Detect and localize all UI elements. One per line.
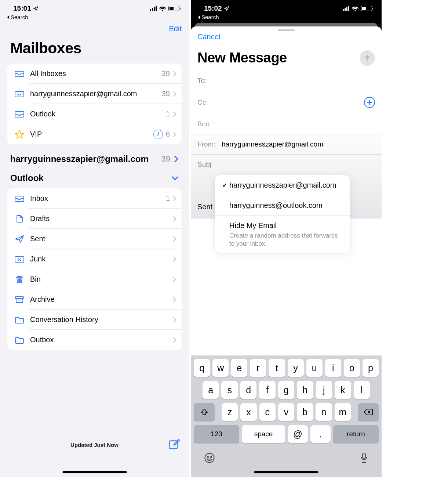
back-to-search[interactable]: Search xyxy=(191,14,382,23)
from-option[interactable]: Hide My EmailCreate a random address tha… xyxy=(215,216,350,253)
mailbox-row[interactable]: VIP i 6 xyxy=(7,124,182,144)
bcc-field[interactable]: Bcc: xyxy=(191,114,382,134)
key-x[interactable]: x xyxy=(240,403,256,421)
emoji-icon xyxy=(204,452,215,463)
keyboard-row-1: qwertyuiop xyxy=(193,359,379,377)
add-contact-button[interactable] xyxy=(364,97,375,108)
from-option[interactable]: ✓ harryguinnesszapier@gmail.com xyxy=(215,175,350,195)
svg-point-1 xyxy=(205,453,214,463)
key-h[interactable]: h xyxy=(297,381,313,399)
key-r[interactable]: r xyxy=(250,359,266,377)
mailbox-row[interactable]: Conversation History xyxy=(7,310,182,330)
key-z[interactable]: z xyxy=(222,403,238,421)
mailbox-row[interactable]: All Inboxes 39 xyxy=(7,64,182,84)
shift-icon xyxy=(200,408,208,416)
account-header-outlook[interactable]: Outlook xyxy=(0,169,189,188)
mailbox-row[interactable]: harryguinnesszapier@gmail.com 39 xyxy=(7,84,182,104)
numbers-key[interactable]: 123 xyxy=(194,425,239,443)
home-indicator[interactable] xyxy=(254,471,318,473)
location-icon xyxy=(33,6,39,11)
account-header-gmail[interactable]: harryguinnesszapier@gmail.com 39 xyxy=(0,144,189,169)
key-p[interactable]: p xyxy=(363,359,379,377)
chevron-right-icon xyxy=(173,91,176,97)
field-label: To: xyxy=(197,77,219,85)
dot-key[interactable]: . xyxy=(310,425,331,443)
mailboxes-screen: 15:01 Search Edit Mailboxes All Inboxes … xyxy=(0,0,189,477)
mailbox-row[interactable]: Sent xyxy=(7,229,182,249)
back-caret-icon xyxy=(197,15,201,19)
chevron-right-icon xyxy=(173,297,176,303)
sheet-title: New Message xyxy=(197,50,360,66)
return-key[interactable]: return xyxy=(333,425,379,443)
keyboard-row-3: zxcvbnm xyxy=(193,403,379,421)
chevron-right-icon xyxy=(173,317,176,323)
cc-field[interactable]: Cc: xyxy=(191,91,382,114)
shift-key[interactable] xyxy=(194,403,215,421)
key-o[interactable]: o xyxy=(344,359,360,377)
mailbox-row[interactable]: Bin xyxy=(7,269,182,289)
key-c[interactable]: c xyxy=(259,403,276,421)
key-y[interactable]: y xyxy=(288,359,304,377)
chevron-right-icon xyxy=(173,216,176,222)
home-indicator[interactable] xyxy=(62,471,127,473)
key-v[interactable]: v xyxy=(278,403,294,421)
mailbox-label: Inbox xyxy=(26,194,166,203)
mailbox-label: VIP xyxy=(26,130,153,138)
key-q[interactable]: q xyxy=(194,359,210,377)
mailbox-row[interactable]: Inbox 1 xyxy=(7,188,182,209)
from-picker-popover: ✓ harryguinnesszapier@gmail.com harrygui… xyxy=(215,175,350,253)
key-n[interactable]: n xyxy=(316,403,332,421)
mailbox-label: Outbox xyxy=(26,336,170,344)
space-key[interactable]: space xyxy=(242,425,285,443)
key-a[interactable]: a xyxy=(203,381,219,399)
status-bar: 15:02 xyxy=(191,0,382,14)
key-i[interactable]: i xyxy=(325,359,341,377)
sheet-grab-handle[interactable] xyxy=(278,29,295,31)
from-field[interactable]: From: harryguinnesszapier@gmail.com xyxy=(191,134,382,155)
key-w[interactable]: w xyxy=(212,359,229,377)
subject-field[interactable]: Subj xyxy=(191,155,382,174)
mailbox-row[interactable]: Outbox xyxy=(7,330,182,350)
mailbox-row[interactable]: Junk xyxy=(7,249,182,269)
key-t[interactable]: t xyxy=(269,359,285,377)
key-e[interactable]: e xyxy=(231,359,247,377)
dictation-key[interactable] xyxy=(360,452,368,466)
chevron-right-icon xyxy=(173,337,176,343)
option-text: harryguinness@outlook.com xyxy=(229,200,344,210)
key-f[interactable]: f xyxy=(259,381,275,399)
send-button[interactable] xyxy=(360,50,375,66)
at-key[interactable]: @ xyxy=(288,425,308,443)
cancel-button[interactable]: Cancel xyxy=(197,33,220,41)
delete-key[interactable] xyxy=(358,403,379,421)
from-option[interactable]: harryguinness@outlook.com xyxy=(215,195,350,216)
key-m[interactable]: m xyxy=(335,403,351,421)
compose-button[interactable] xyxy=(168,438,181,452)
key-s[interactable]: s xyxy=(221,381,237,399)
mailbox-row[interactable]: Outlook 1 xyxy=(7,104,182,124)
edit-button[interactable]: Edit xyxy=(169,25,182,33)
key-l[interactable]: l xyxy=(354,381,370,399)
arrow-up-icon xyxy=(363,54,371,62)
compose-sheet: Cancel New Message To: Cc: Bcc: From: ha… xyxy=(191,26,382,477)
checkmark-icon xyxy=(220,221,229,248)
compose-screen: 15:02 Search Cancel New Message To: Cc: xyxy=(191,0,382,477)
account-header-label: Outlook xyxy=(10,173,171,183)
key-b[interactable]: b xyxy=(297,403,313,421)
back-to-search[interactable]: Search xyxy=(0,14,189,23)
key-j[interactable]: j xyxy=(316,381,332,399)
key-d[interactable]: d xyxy=(240,381,256,399)
info-button[interactable]: i xyxy=(153,130,163,139)
key-g[interactable]: g xyxy=(278,381,294,399)
mailbox-label: Drafts xyxy=(26,214,170,223)
field-label: Bcc: xyxy=(197,120,219,128)
mailbox-row[interactable]: Archive xyxy=(7,289,182,310)
mailbox-row[interactable]: Drafts xyxy=(7,209,182,229)
key-k[interactable]: k xyxy=(335,381,351,399)
mailbox-label: Junk xyxy=(26,255,170,263)
to-field[interactable]: To: xyxy=(191,71,382,91)
back-caret-icon xyxy=(7,15,10,19)
key-u[interactable]: u xyxy=(306,359,323,377)
page-title: Mailboxes xyxy=(0,33,189,64)
emoji-key[interactable] xyxy=(204,452,215,466)
inbox-icon xyxy=(12,110,26,119)
